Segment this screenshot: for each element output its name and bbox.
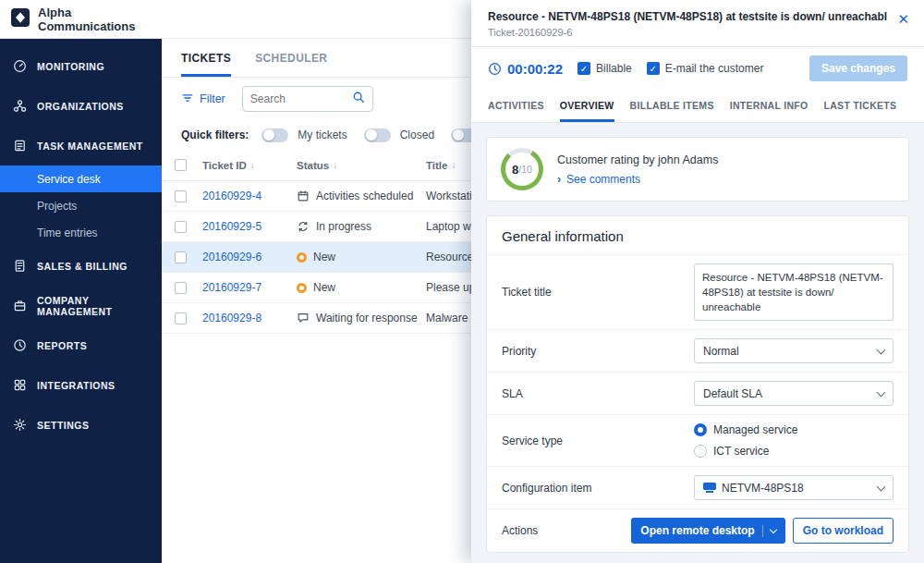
sidebar-item-label: INTEGRATIONS	[37, 380, 116, 391]
ticket-id-link[interactable]: 20160929-5	[202, 220, 297, 233]
sidebar-item-label: TASK MANAGEMENT	[37, 141, 143, 152]
tab-activities[interactable]: ACTIVITIES	[488, 90, 544, 122]
detail-body: 8/10 Customer rating by john Adams › See…	[471, 123, 924, 563]
filter-label: Filter	[200, 92, 225, 105]
filter-button[interactable]: Filter	[181, 92, 225, 107]
row-checkbox[interactable]	[175, 251, 187, 263]
search-input[interactable]	[250, 92, 352, 105]
column-ticket-id[interactable]: Ticket ID↓	[202, 160, 297, 171]
rating-denominator: /10	[518, 164, 532, 175]
quick-filter-label: Closed	[400, 129, 434, 141]
ticket-detail-panel: Resource - NETVM-48PS18 (NETVM-48PS18) a…	[471, 0, 924, 563]
configuration-item-select[interactable]: NETVM-48PS18	[694, 475, 894, 500]
sidebar-item-sales-billing[interactable]: SALES & BILLING	[0, 246, 162, 286]
row-checkbox[interactable]	[175, 190, 187, 202]
rating-gauge: 8/10	[501, 148, 543, 190]
waiting-chat-icon	[297, 312, 310, 324]
service-type-label: Service type	[502, 434, 563, 447]
billable-checkbox[interactable]: ✓ Billable	[578, 62, 632, 75]
ticket-id-link[interactable]: 20160929-7	[202, 281, 297, 294]
toggle-closed[interactable]	[364, 129, 391, 142]
filter-icon	[181, 92, 194, 107]
ticket-timer[interactable]: 00:00:22	[488, 61, 563, 77]
sidebar-item-label: COMPANY MANAGEMENT	[37, 295, 149, 317]
sidebar: Alpha Communications MONITORING ORGANIZA…	[0, 0, 162, 563]
app-logo-icon	[11, 8, 30, 31]
sidebar-item-settings[interactable]: SETTINGS	[0, 405, 162, 445]
service-type-row: Service type Managed service ICT service	[487, 414, 908, 466]
radio-ict-service[interactable]: ICT service	[694, 445, 894, 458]
ticket-title-label: Ticket title	[502, 286, 552, 299]
ticket-reference: Ticket-20160929-6	[488, 27, 887, 38]
sidebar-subitem-time-entries[interactable]: Time entries	[0, 219, 162, 246]
sort-icon[interactable]: ↓	[250, 160, 255, 170]
sla-row: SLA Default SLA	[487, 372, 908, 414]
sla-select[interactable]: Default SLA	[694, 381, 894, 406]
status-cell: Activities scheduled	[297, 190, 426, 202]
search-icon[interactable]	[352, 91, 365, 107]
configuration-item-label: Configuration item	[502, 482, 591, 495]
ticket-id-link[interactable]: 20160929-4	[202, 190, 297, 202]
quick-filter-label: My tickets	[298, 129, 346, 141]
save-changes-button[interactable]: Save changes	[809, 55, 907, 81]
new-status-icon	[297, 283, 307, 293]
row-checkbox[interactable]	[175, 312, 187, 324]
sidebar-item-monitoring[interactable]: MONITORING	[0, 46, 162, 86]
tab-billable-items[interactable]: BILLABLE ITEMS	[630, 90, 714, 122]
see-comments-link[interactable]: › See comments	[557, 173, 718, 186]
sidebar-subitem-label: Time entries	[37, 226, 98, 239]
sidebar-item-integrations[interactable]: INTEGRATIONS	[0, 365, 162, 405]
brand-name: Alpha Communications	[38, 6, 151, 33]
sidebar-subitem-service-desk[interactable]: Service desk	[0, 165, 162, 192]
row-checkbox[interactable]	[175, 221, 187, 233]
detail-header: Resource - NETVM-48PS18 (NETVM-48PS18) a…	[471, 0, 924, 47]
task-management-icon	[13, 139, 27, 153]
tab-internal-info[interactable]: INTERNAL INFO	[730, 90, 808, 122]
tab-tickets[interactable]: TICKETS	[181, 39, 231, 77]
general-information-heading: General information	[487, 216, 908, 254]
status-cell: In progress	[297, 220, 426, 233]
sidebar-item-company-management[interactable]: COMPANY MANAGEMENT	[0, 286, 162, 325]
close-icon[interactable]: ✕	[897, 12, 909, 26]
sidebar-item-label: SALES & BILLING	[37, 261, 128, 272]
sidebar-item-task-management[interactable]: TASK MANAGEMENT	[0, 126, 162, 165]
sidebar-item-label: ORGANIZATIONS	[37, 101, 124, 112]
ticket-id-link[interactable]: 20160929-8	[202, 312, 297, 324]
tab-overview[interactable]: OVERVIEW	[560, 90, 614, 122]
select-all-checkbox[interactable]	[175, 159, 187, 171]
open-remote-desktop-button[interactable]: Open remote desktop	[631, 518, 784, 544]
sort-icon[interactable]: ↓	[333, 160, 337, 170]
tab-scheduler[interactable]: SCHEDULER	[255, 39, 327, 77]
gear-icon	[13, 418, 27, 432]
app-window: Alpha Communications MONITORING ORGANIZA…	[0, 0, 924, 563]
tab-last-tickets[interactable]: LAST TICKETS	[824, 90, 897, 122]
actions-row: Actions Open remote desktop Go to worklo…	[487, 508, 908, 552]
in-progress-sync-icon	[297, 220, 310, 233]
priority-select[interactable]: Normal	[694, 338, 894, 363]
sort-icon[interactable]: ↓	[451, 160, 456, 170]
sidebar-item-label: SETTINGS	[37, 420, 90, 431]
chevron-down-icon	[769, 526, 776, 533]
sidebar-item-organizations[interactable]: ORGANIZATIONS	[0, 86, 162, 126]
ticket-id-link[interactable]: 20160929-6	[202, 251, 297, 263]
go-to-workload-button[interactable]: Go to workload	[793, 518, 894, 544]
priority-row: Priority Normal	[487, 329, 908, 372]
sidebar-item-label: MONITORING	[37, 61, 104, 72]
sidebar-item-reports[interactable]: REPORTS	[0, 325, 162, 365]
integrations-grid-icon	[13, 378, 27, 392]
status-cell: New	[297, 251, 426, 263]
email-customer-checkbox[interactable]: ✓ E-mail the customer	[647, 62, 764, 75]
new-status-icon	[297, 252, 307, 263]
status-cell: New	[297, 281, 426, 294]
sidebar-subitem-projects[interactable]: Projects	[0, 192, 162, 219]
button-divider	[762, 525, 763, 537]
ticket-title-input[interactable]: Resource - NETVM-48PS18 (NETVM-48PS18) a…	[694, 263, 894, 321]
quick-filters-label: Quick filters:	[181, 129, 249, 141]
row-checkbox[interactable]	[175, 282, 187, 294]
invoice-icon	[13, 259, 27, 273]
toggle-my-tickets[interactable]	[261, 129, 288, 142]
chevron-down-icon	[877, 482, 886, 491]
radio-managed-service[interactable]: Managed service	[694, 423, 894, 436]
checkbox-checked-icon: ✓	[578, 62, 590, 75]
column-status[interactable]: Status↓	[297, 160, 426, 171]
